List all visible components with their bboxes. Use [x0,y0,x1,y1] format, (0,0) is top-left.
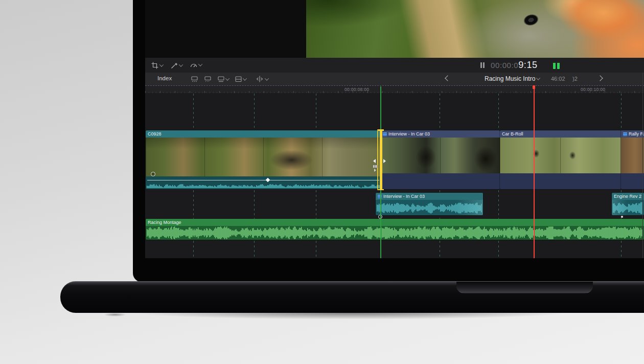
trim-tool-button[interactable] [256,76,268,82]
clip-appearance-icon [218,76,224,82]
clip-title-bar: C0928 [146,130,381,138]
clip-c0928[interactable]: C0928 [146,130,381,189]
pause-icon [480,62,485,68]
playhead[interactable] [534,85,535,258]
chevron-left-icon [445,75,450,81]
clip-title: Racing Montage [148,220,181,225]
clip-filmstrip [500,138,621,173]
clip-appearance-icon [235,76,242,82]
clip-appearance-icon [191,76,198,82]
clip-title-bar: Interview - In Car 03 [376,193,483,200]
project-title-menu[interactable]: Racing Music Intro [485,75,540,82]
clip-title: C0928 [148,131,162,136]
trim-selection-edge[interactable] [380,129,382,190]
toolbar-primary: 00:00:0 9:15 [145,58,644,73]
clip-interview-video[interactable]: Interview - In Car 03 [381,130,500,189]
chevron-down-icon [536,76,540,80]
clip-title: Rally Ra [629,131,644,136]
clip-title-bar: Car B-Roll [500,130,621,138]
connection-handle[interactable] [621,216,623,218]
lid-opening-notch [456,282,593,293]
clip-title: Engine Rev 2 [614,194,641,199]
filmstrip-icon [378,195,382,198]
chevron-down-icon [225,76,229,80]
clip-appearance-button-2[interactable] [204,76,211,82]
clip-audio-body [146,226,644,240]
clip-racing-montage[interactable]: Racing Montage [146,219,644,240]
clip-title-bar: Interview - In Car 03 [381,130,500,138]
fade-out-shading [456,200,483,215]
clip-filmstrip [146,138,381,176]
trim-arrow-right-icon [383,159,386,163]
chevron-right-icon [597,75,603,81]
clip-lower-band [621,173,644,189]
desk-background: 00:00:0 9:15 Index [0,0,644,364]
clip-filmstrip [381,138,500,173]
index-button[interactable]: Index [157,75,172,81]
clip-appearance-button-4[interactable] [235,76,246,82]
clip-title-bar: Racing Montage [146,219,644,226]
clip-title-bar: Rally Ra [621,130,644,138]
ruler-label: 00:00:08:00 [344,87,369,92]
retime-tool-button[interactable] [190,62,202,68]
filmstrip-icon [623,132,627,136]
trim-selection-left-line [377,129,378,190]
clip-filmstrip [621,138,644,173]
audio-meters[interactable] [553,61,560,69]
clip-title: Car B-Roll [502,131,523,136]
panel-divider [642,73,643,258]
final-cut-window: 00:00:0 9:15 Index [145,0,644,258]
clip-audio-section [146,176,381,189]
clip-appearance-button-3[interactable] [218,76,229,82]
clip-audio-body [612,200,644,215]
laptop-foot-shadow [104,313,126,316]
clip-lower-band [500,173,621,189]
film-audio-badge-icon [373,165,378,168]
crop-icon [151,62,158,69]
chevron-down-icon [243,76,247,80]
fade-handle[interactable] [151,172,155,176]
enhance-tool-button[interactable] [171,62,182,69]
project-title: Racing Music Intro [485,75,535,82]
chevron-down-icon [159,62,164,66]
retime-gauge-icon [190,62,197,68]
clip-lower-band [381,173,500,189]
clip-rally[interactable]: Rally Ra [621,130,644,189]
volume-line[interactable] [147,180,379,180]
filmstrip-icon [383,132,387,136]
timecode-display[interactable]: 00:00:0 9:15 [491,60,538,71]
clip-title-bar: Engine Rev 2 [612,193,644,200]
clip-title: Interview - In Car 03 [388,131,430,136]
viewer-video-frame [306,0,644,58]
clip-appearance-icon [204,76,211,82]
macbook-screen: 00:00:0 9:15 Index [133,0,644,282]
tire-in-video [522,13,540,28]
next-project-button[interactable] [598,76,602,80]
magic-wand-icon [171,62,178,69]
viewer-area [145,0,644,58]
fade-in-shading [612,200,627,215]
project-duration: 46:02 [551,76,565,82]
timecode-dim: 00:00:0 [491,61,518,70]
clip-audio-body [376,200,483,215]
clip-title: Interview - In Car 03 [383,194,425,199]
timeline-ruler[interactable]: 00:00:08:00 00:00:10:00 [145,85,644,94]
clip-interview-audio[interactable]: Interview - In Car 03 [376,193,483,215]
chevron-down-icon [265,76,269,80]
trim-tool-icon [256,76,264,82]
audio-waveform [147,226,643,239]
clip-engine-rev[interactable]: Engine Rev 2 [612,193,644,215]
previous-project-button[interactable] [446,76,450,80]
timecode-bright: 9:15 [518,60,537,71]
clip-appearance-button-1[interactable] [191,76,198,82]
chevron-down-icon [179,62,183,66]
audio-waveform [147,181,380,188]
ruler-label: 00:00:10:00 [581,87,605,92]
crop-tool-button[interactable] [151,62,163,69]
project-duration-clipped: )2 [572,76,578,82]
chevron-down-icon [198,62,202,66]
toolbar-timeline: Index [145,73,644,85]
clip-car-broll[interactable]: Car B-Roll [500,130,621,189]
trim-arrow-left-icon [373,159,376,163]
